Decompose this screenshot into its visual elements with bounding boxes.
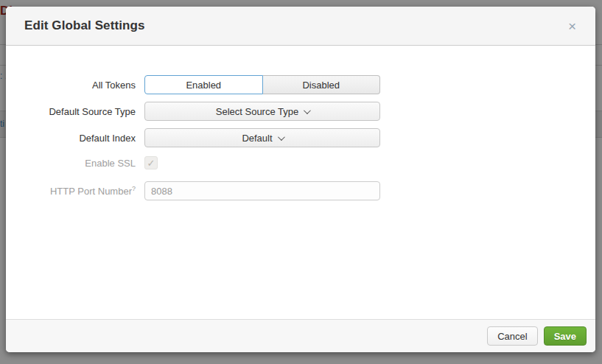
dialog-body: All Tokens Enabled Disabled Default Sour… (6, 46, 595, 319)
all-tokens-disabled-button[interactable]: Disabled (263, 75, 381, 94)
http-port-label: HTTP Port Number? (6, 185, 144, 197)
default-index-value: Default (242, 133, 272, 144)
row-default-index: Default Index Default (6, 128, 595, 147)
http-port-input[interactable] (144, 181, 380, 200)
save-button[interactable]: Save (544, 326, 587, 346)
all-tokens-enabled-button[interactable]: Enabled (144, 75, 263, 94)
enable-ssl-checkbox: ✓ (144, 156, 158, 169)
default-index-dropdown[interactable]: Default (144, 128, 380, 147)
dialog-header: Edit Global Settings × (6, 7, 595, 46)
row-default-source-type: Default Source Type Select Source Type (6, 102, 595, 121)
enable-ssl-label: Enable SSL (6, 158, 144, 169)
row-enable-ssl: Enable SSL ✓ (6, 156, 595, 169)
row-all-tokens: All Tokens Enabled Disabled (6, 75, 595, 94)
default-source-type-label: Default Source Type (6, 106, 144, 117)
help-superscript: ? (132, 185, 136, 192)
cancel-button[interactable]: Cancel (487, 326, 537, 346)
dialog-footer: Cancel Save (6, 319, 595, 352)
row-http-port: HTTP Port Number? (6, 181, 595, 200)
all-tokens-label: All Tokens (6, 80, 144, 91)
close-icon[interactable]: × (564, 16, 581, 36)
default-source-type-value: Select Source Type (216, 106, 299, 117)
chevron-down-icon (304, 107, 311, 114)
default-source-type-dropdown[interactable]: Select Source Type (144, 102, 380, 121)
all-tokens-toggle: Enabled Disabled (144, 75, 380, 94)
default-index-label: Default Index (6, 133, 144, 144)
checkmark-icon: ✓ (147, 158, 155, 169)
chevron-down-icon (278, 133, 285, 141)
dialog-title: Edit Global Settings (24, 18, 564, 33)
edit-global-settings-dialog: Edit Global Settings × All Tokens Enable… (6, 7, 595, 352)
